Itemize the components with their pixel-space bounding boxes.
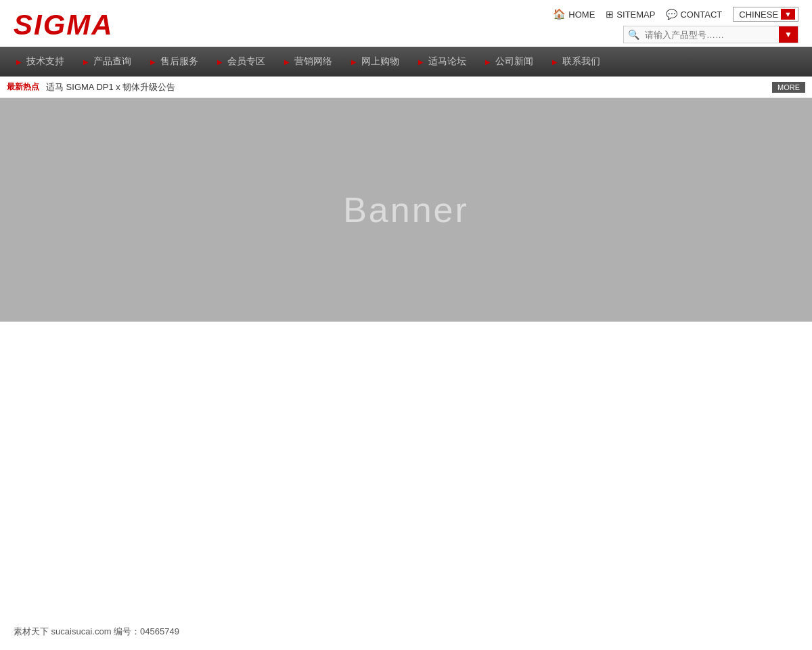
nav-arrow-icon: ▶ [83, 58, 89, 66]
nav-item-member[interactable]: ▶ 会员专区 [208, 47, 275, 77]
ticker-bar: 最新热点 适马 SIGMA DP1 x 韧体升级公告 MORE [0, 77, 812, 98]
ticker-more-button[interactable]: MORE [772, 82, 805, 93]
language-label: CHINESE [739, 9, 778, 20]
nav-item-tech-support[interactable]: ▶ 技术支持 [7, 47, 74, 77]
contact-link[interactable]: 💬 CONTACT [666, 9, 722, 20]
nav-item-news[interactable]: ▶ 公司新闻 [476, 47, 543, 77]
ticker-text: 适马 SIGMA DP1 x 韧体升级公告 [46, 81, 765, 93]
top-nav: 🏠 HOME ⊞ SITEMAP 💬 CONTACT CHINESE ▼ [553, 7, 798, 22]
search-button[interactable]: ▼ [779, 26, 798, 43]
nav-arrow-icon: ▶ [418, 58, 424, 66]
search-box: 🔍 ▼ [623, 26, 798, 43]
logo[interactable]: SIGMA [14, 9, 114, 41]
nav-item-marketing[interactable]: ▶ 营销网络 [275, 47, 342, 77]
banner-area: Banner [0, 98, 812, 322]
ticker-label: 最新热点 [7, 81, 39, 93]
home-icon: 🏠 [553, 8, 566, 20]
nav-arrow-icon: ▶ [552, 58, 558, 66]
nav-item-contact[interactable]: ▶ 联系我们 [543, 47, 610, 77]
language-selector[interactable]: CHINESE ▼ [733, 7, 798, 22]
nav-arrow-icon: ▶ [284, 58, 290, 66]
main-navigation: ▶ 技术支持 ▶ 产品查询 ▶ 售后服务 ▶ 会员专区 ▶ 营销网络 ▶ 网上购… [0, 47, 812, 77]
nav-arrow-icon: ▶ [217, 58, 223, 66]
nav-arrow-icon: ▶ [16, 58, 22, 66]
nav-arrow-icon: ▶ [351, 58, 357, 66]
nav-item-product-query[interactable]: ▶ 产品查询 [74, 47, 141, 77]
nav-item-forum[interactable]: ▶ 适马论坛 [409, 47, 476, 77]
sitemap-icon: ⊞ [606, 9, 614, 20]
contact-icon: 💬 [666, 9, 677, 20]
search-row: 🔍 ▼ [623, 26, 798, 43]
search-icon: 🔍 [624, 26, 644, 43]
logo-area: SIGMA [14, 9, 114, 41]
search-input[interactable] [644, 27, 779, 43]
watermark: 素材天下 sucaisucai.com 编号：04565749 [14, 626, 179, 638]
header: SIGMA 🏠 HOME ⊞ SITEMAP 💬 CONTACT CHINESE… [0, 0, 812, 47]
top-right: 🏠 HOME ⊞ SITEMAP 💬 CONTACT CHINESE ▼ 🔍 ▼ [553, 7, 798, 43]
nav-item-shop[interactable]: ▶ 网上购物 [342, 47, 409, 77]
sitemap-link[interactable]: ⊞ SITEMAP [606, 9, 655, 20]
nav-arrow-icon: ▶ [485, 58, 491, 66]
home-link[interactable]: 🏠 HOME [553, 8, 595, 20]
nav-item-after-sales[interactable]: ▶ 售后服务 [141, 47, 208, 77]
banner-placeholder-text: Banner [343, 190, 469, 230]
chevron-down-icon: ▼ [781, 9, 795, 20]
nav-arrow-icon: ▶ [150, 58, 156, 66]
